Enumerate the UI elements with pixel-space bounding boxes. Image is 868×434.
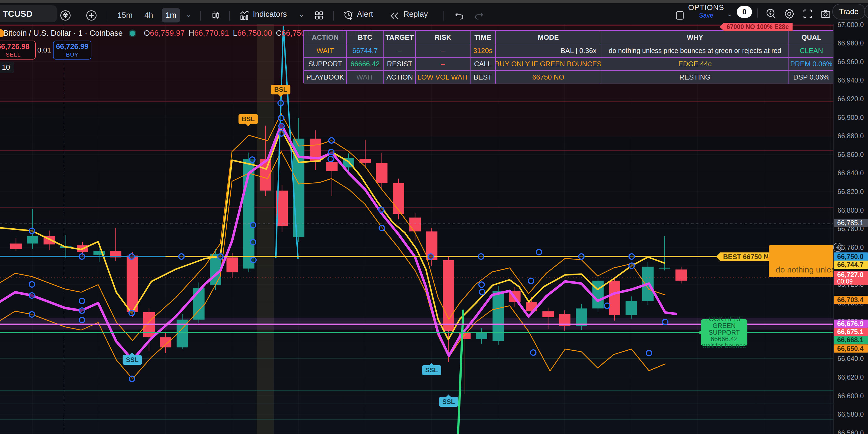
table-cell: BAL | 0.36x [495,44,601,57]
green-note-line2: GREEN SUPPORT [701,322,747,336]
axis-tick-label: 66,840.0 [837,169,864,177]
timeframe-4h[interactable]: 4h [141,8,157,23]
table-header-cell: RISK [415,31,470,44]
symbol-search-button[interactable]: TCUSD [0,5,57,22]
indicators-button[interactable]: Indicators [253,10,287,19]
orange-note-callout[interactable]: do nothing unless price [769,245,834,277]
candle [409,218,421,231]
candle [360,159,371,163]
axis-tick-label: 66,820.0 [837,188,864,196]
orange-note-text: do nothing unless price [776,265,834,274]
table-header-cell: MODE [495,31,601,44]
axis-tick-label: 66,960.0 [837,58,864,66]
green-note-line1: LOOK HERE [701,316,747,322]
options-chevron-down-icon[interactable]: ⌄ [727,10,732,18]
table-cell: EDGE 44c [601,57,789,70]
price-axis[interactable]: + 67,000.066,980.066,960.066,940.066,920… [833,24,868,434]
table-cell: BEST [470,70,495,84]
table-header-cell: ACTION [304,31,346,44]
compare-add-icon[interactable] [86,10,97,21]
axis-tick-label: 66,620.0 [837,373,864,381]
green-support-callout[interactable]: LOOK HERE GREEN SUPPORT 66666.42 wait fo… [701,319,747,346]
candle [542,311,554,317]
timeframe-chevron-down-icon[interactable]: ⌄ [186,11,191,19]
indicators-chevron-down-icon[interactable]: ⌄ [299,11,304,19]
candle [160,337,172,347]
axis-tick-label: 66,580.0 [837,410,864,418]
axis-tick-label: 66,600.0 [837,392,864,400]
alerts-count-badge[interactable]: 0 [737,6,752,18]
diamond-icon[interactable] [60,10,71,21]
candle [327,162,338,171]
candle [659,268,670,268]
candle [493,291,504,341]
toolbar-separator [757,8,758,18]
buy-button[interactable]: 66,726.99 BUY [53,40,91,60]
table-header-cell: QUAL [789,31,834,44]
trade-button[interactable]: Trade [832,4,865,20]
table-cell: – [415,44,470,57]
replay-rewind-icon[interactable] [390,10,400,21]
bsl-marker: BSL [239,114,258,124]
table-cell: – [384,44,415,57]
toolbar-separator [333,11,334,21]
candle [592,281,604,309]
low-label: L [233,29,237,38]
quick-search-bolt-icon[interactable] [765,8,777,20]
table-cell: WAIT [346,70,384,84]
candle [609,281,620,315]
fullscreen-icon[interactable] [802,8,813,20]
timeframe-15m[interactable]: 15m [114,8,136,23]
table-cell: RESIST [384,57,415,70]
options-menu[interactable]: OPTIONS Save [688,4,724,19]
save-link[interactable]: Save [688,12,724,19]
table-cell: CALL [470,57,495,70]
symbol-label: TCUSD [3,9,32,19]
green-note-line4: wait for bounce [701,343,747,349]
window-top-strip [0,0,868,3]
countdown-timer: 00:09 [837,278,853,285]
lot-size-chip[interactable]: 10 [0,62,14,73]
sell-button[interactable]: 66,726.98 SELL [0,40,36,60]
buy-price: 66,726.99 [56,42,88,51]
alert-clock-plus-icon[interactable] [343,10,354,21]
axis-tick-label: 66,900.0 [837,114,864,121]
replay-button[interactable]: Replay [403,10,428,19]
axis-tick-label: 66,980.0 [837,39,864,47]
undo-icon[interactable] [454,10,465,21]
axis-tick-label: 66,800.0 [837,206,864,214]
alert-button[interactable]: Alert [357,10,373,19]
candle [393,183,404,214]
price-chart[interactable] [0,24,833,434]
table-cell: DSP 0.06% [789,70,834,84]
quantity-value[interactable]: 0.01 [37,46,51,54]
table-cell: do nothing unless price bounces at green… [601,44,789,57]
axis-tick-label: 66,860.0 [837,151,864,158]
table-cell: 3120s [470,44,495,57]
ssl-marker: SSL [439,397,458,407]
table-cell: PLAYBOOK [304,70,346,84]
timeframe-1m-active[interactable]: 1m [162,8,180,23]
toolbar-separator [229,11,230,21]
candle [226,257,238,272]
axis-price-chip-yellow: 66,744.7 [834,261,868,269]
chart-style-candles-icon[interactable] [210,10,221,21]
layout-grid-icon[interactable] [314,10,324,21]
settings-gear-icon[interactable] [784,8,795,20]
table-cell: PREM 0.06% [789,57,834,70]
axis-price-chip-blue: 66,750.0 [834,253,868,261]
camera-snapshot-icon[interactable] [820,8,831,20]
axis-tick-label: 66,940.0 [837,76,864,84]
candle [576,309,587,326]
table-cell: 66666.42 [346,57,384,70]
axis-tick-label: 66,640.0 [837,355,864,363]
axis-tick-label: 66,760.0 [837,243,864,251]
candle [10,243,22,249]
strategy-data-table: ACTIONBTCTARGETRISKTIMEMODEWHYQUALWAIT66… [303,30,833,83]
indicators-icon[interactable] [239,10,250,21]
axis-price-chip-orange: 66,650.4 [834,344,868,352]
high-label: H [188,29,194,38]
redo-icon[interactable] [474,10,484,21]
candle [676,269,687,281]
watchlist-checkbox-icon[interactable] [675,10,685,21]
